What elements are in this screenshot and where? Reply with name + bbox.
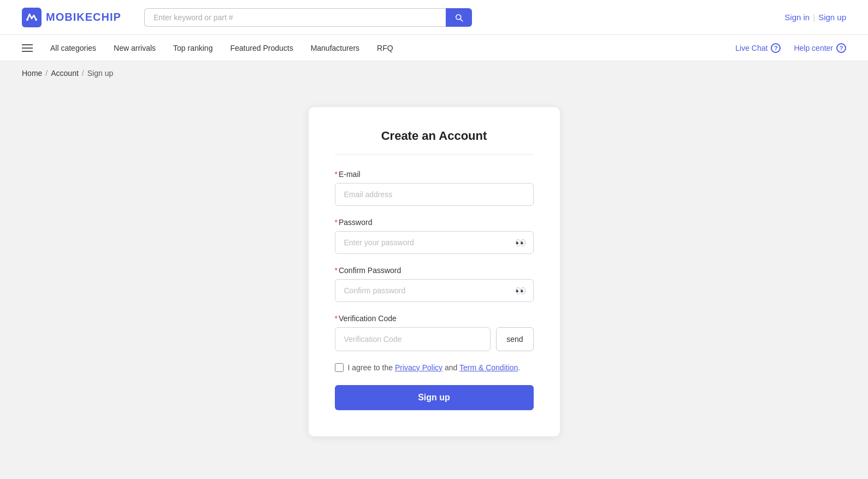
nav: All categories New arrivals Top ranking …	[0, 35, 868, 61]
help-center-link[interactable]: Help center ?	[794, 43, 846, 53]
nav-all-categories[interactable]: All categories	[50, 44, 96, 52]
hamburger-line-3	[22, 51, 33, 52]
breadcrumb-account[interactable]: Account	[51, 69, 79, 78]
password-group: *Password 👀	[335, 218, 534, 254]
verification-required-star: *	[335, 314, 338, 323]
logo-icon	[22, 8, 42, 27]
password-field[interactable]	[335, 231, 534, 254]
email-group: *E-mail	[335, 170, 534, 206]
send-code-button[interactable]: send	[496, 327, 533, 351]
hamburger-menu[interactable]	[22, 44, 33, 52]
live-chat-link[interactable]: Live Chat ?	[735, 43, 781, 53]
sign-up-link[interactable]: Sign up	[818, 13, 846, 22]
email-field[interactable]	[335, 183, 534, 206]
hamburger-line-2	[22, 48, 33, 49]
password-toggle-icon[interactable]: 👀	[515, 238, 526, 248]
breadcrumb-sep-1: /	[45, 69, 48, 78]
logo-area: MOBIKECHIP	[22, 8, 131, 27]
form-title: Create an Account	[335, 129, 534, 143]
signup-form-card: Create an Account *E-mail *Password 👀 *C…	[309, 107, 560, 436]
header-auth: Sign in | Sign up	[784, 13, 846, 22]
confirm-password-group: *Confirm Password 👀	[335, 266, 534, 302]
privacy-policy-link[interactable]: Privacy Policy	[395, 363, 442, 372]
password-wrapper: 👀	[335, 231, 534, 254]
search-bar	[144, 8, 472, 27]
signup-button[interactable]: Sign up	[335, 385, 534, 410]
agree-checkbox[interactable]	[335, 363, 344, 372]
breadcrumb: Home / Account / Sign up	[0, 61, 868, 85]
search-input[interactable]	[144, 8, 446, 27]
help-center-icon: ?	[836, 43, 846, 53]
email-required-star: *	[335, 170, 338, 179]
auth-divider: |	[813, 13, 815, 22]
email-label: *E-mail	[335, 170, 534, 179]
verification-group: *Verification Code send	[335, 314, 534, 351]
password-required-star: *	[335, 218, 338, 227]
hamburger-line-1	[22, 44, 33, 45]
verification-field[interactable]	[335, 327, 491, 351]
search-button[interactable]	[446, 8, 472, 27]
sign-in-link[interactable]: Sign in	[784, 13, 810, 22]
breadcrumb-current: Sign up	[87, 69, 113, 78]
live-chat-label: Live Chat	[735, 44, 767, 52]
agree-row: I agree to the Privacy Policy and Term &…	[335, 363, 534, 372]
nav-featured-products[interactable]: Featured Products	[230, 44, 293, 52]
verification-label: *Verification Code	[335, 314, 534, 323]
help-center-label: Help center	[794, 44, 833, 52]
breadcrumb-sep-2: /	[82, 69, 84, 78]
confirm-toggle-icon[interactable]: 👀	[515, 286, 526, 296]
confirm-password-field[interactable]	[335, 279, 534, 302]
nav-top-ranking[interactable]: Top ranking	[173, 44, 212, 52]
confirm-password-label: *Confirm Password	[335, 266, 534, 275]
confirm-wrapper: 👀	[335, 279, 534, 302]
nav-manufacturers[interactable]: Manufacturers	[311, 44, 359, 52]
confirm-required-star: *	[335, 266, 338, 275]
nav-new-arrivals[interactable]: New arrivals	[114, 44, 156, 52]
verification-row: send	[335, 327, 534, 351]
live-chat-icon: ?	[771, 43, 781, 53]
search-icon	[454, 13, 464, 22]
svg-point-2	[35, 19, 37, 21]
header: MOBIKECHIP Sign in | Sign up	[0, 0, 868, 35]
logo-text: MOBIKECHIP	[46, 11, 121, 23]
form-divider	[335, 154, 534, 155]
password-label: *Password	[335, 218, 534, 227]
page-content: Create an Account *E-mail *Password 👀 *C…	[0, 85, 868, 479]
nav-right: Live Chat ? Help center ?	[735, 43, 846, 53]
nav-rfq[interactable]: RFQ	[377, 44, 393, 52]
agree-label: I agree to the Privacy Policy and Term &…	[348, 363, 521, 372]
svg-point-1	[26, 19, 28, 21]
terms-link[interactable]: Term & Condition	[459, 363, 518, 372]
breadcrumb-home[interactable]: Home	[22, 69, 42, 78]
